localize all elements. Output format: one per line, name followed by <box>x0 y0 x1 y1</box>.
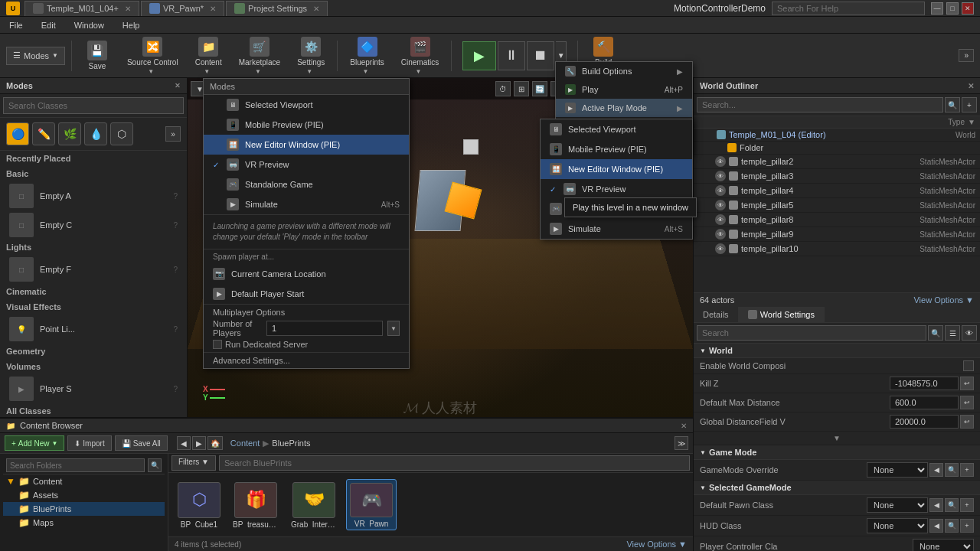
hud-search[interactable]: 🔍 <box>945 519 959 533</box>
nav-back-button[interactable]: ◀ <box>177 436 191 450</box>
folder-item[interactable]: 📁 Assets <box>3 488 165 502</box>
enable-world-compos-checkbox[interactable] <box>963 360 974 371</box>
gamemode-nav-back[interactable]: ◀ <box>929 463 943 477</box>
maximize-button[interactable]: □ <box>946 2 959 15</box>
all-classes-header[interactable]: All Classes <box>0 403 187 419</box>
more-modes-button[interactable]: » <box>165 126 181 142</box>
list-item[interactable]: □ Empty C ? <box>0 210 187 240</box>
default-max-dist-reset-button[interactable]: ↩ <box>960 396 974 409</box>
standalone-game-mode-item[interactable]: 🎮 Standalone Game <box>204 174 409 194</box>
save-all-button[interactable]: 💾 Save All <box>115 435 168 451</box>
mode-geometry-icon[interactable]: ⬡ <box>110 122 133 145</box>
selected-viewport-mode-item[interactable]: 🖥 Selected Viewport <box>204 95 409 115</box>
table-row[interactable]: 👁 temple_pillar3 StaticMeshActor <box>694 169 980 184</box>
geometry-header[interactable]: Geometry <box>0 344 187 359</box>
folder-search-input[interactable] <box>6 458 145 472</box>
active-play-mode-item[interactable]: ▶ Active Play Mode ▶ <box>556 99 692 117</box>
game-mode-section-header[interactable]: Game Mode <box>694 445 980 460</box>
gamemode-search[interactable]: 🔍 <box>945 463 959 477</box>
visibility-toggle[interactable]: 👁 <box>715 214 726 225</box>
asset-search-input[interactable] <box>219 455 690 471</box>
visibility-toggle[interactable]: 👁 <box>715 200 726 210</box>
global-dist-field-reset-button[interactable]: ↩ <box>960 415 974 429</box>
mode-paint-icon[interactable]: ✏️ <box>32 122 55 145</box>
table-row[interactable]: 👁 temple_pillar5 StaticMeshActor <box>694 198 980 213</box>
outliner-folder-row[interactable]: Folder <box>694 142 980 155</box>
nav-up-button[interactable]: 🏠 <box>207 436 223 450</box>
menu-file[interactable]: File <box>5 19 28 31</box>
play-button[interactable]: ▶ <box>462 41 496 70</box>
default-player-start-item[interactable]: ▶ Default Player Start <box>204 284 409 304</box>
expand-toolbar-button[interactable]: » <box>959 49 974 62</box>
blueprints-button[interactable]: 🔷 Blueprints ▼ <box>344 37 390 75</box>
simulate-mode-item[interactable]: ▶ Simulate Alt+S <box>204 194 409 214</box>
save-button[interactable]: 💾 Save <box>78 37 116 75</box>
volumes-header[interactable]: Volumes <box>0 359 187 374</box>
selected-viewport-item[interactable]: 🖥 Selected Viewport <box>541 119 692 139</box>
list-item[interactable]: 🤝 Grab_Interface <box>288 479 340 530</box>
lights-header[interactable]: Lights <box>0 240 187 255</box>
outliner-view-options-button[interactable]: View Options ▼ <box>913 295 974 305</box>
list-item[interactable]: 🎮 VR_Pawn <box>346 479 397 530</box>
cinematic-header[interactable]: Cinematic <box>0 284 187 299</box>
vr-preview-mode-item[interactable]: ✓ 🥽 VR Preview <box>204 155 409 174</box>
new-editor-window-mode-item[interactable]: 🪟 New Editor Window (PIE) <box>204 135 409 155</box>
world-settings-tab[interactable]: World Settings <box>739 307 825 322</box>
viewport-snap-rotate-icon[interactable]: 🔄 <box>532 81 547 96</box>
modes-button[interactable]: ☰ Modes ▼ <box>6 47 65 65</box>
search-for-help-input[interactable] <box>772 2 925 15</box>
world-section-header[interactable]: World <box>694 344 980 358</box>
world-section-expand[interactable]: ▼ <box>694 432 980 445</box>
close-button[interactable]: ✕ <box>962 2 974 15</box>
table-row[interactable]: 👁 temple_pillar2 StaticMeshActor <box>694 155 980 169</box>
num-players-dropdown[interactable]: ▼ <box>387 321 400 336</box>
table-row[interactable]: 👁 temple_pillar10 StaticMeshActor <box>694 242 980 256</box>
viewport-grid-icon[interactable]: ⊞ <box>514 81 529 96</box>
details-eye-icon[interactable]: 👁 <box>962 325 977 341</box>
player-controller-select[interactable]: None <box>913 539 974 551</box>
content-button[interactable]: 📁 Content ▼ <box>189 37 228 75</box>
folder-item[interactable]: 📁 Maps <box>3 516 165 530</box>
hud-add[interactable]: + <box>960 519 974 533</box>
add-new-button[interactable]: + Add New ▼ <box>5 435 64 451</box>
table-row[interactable]: 👁 temple_pillar4 StaticMeshActor <box>694 184 980 198</box>
details-search-input[interactable] <box>697 325 926 341</box>
marketplace-button[interactable]: 🛒 Marketplace ▼ <box>233 37 286 75</box>
details-list-icon[interactable]: ☰ <box>945 325 960 341</box>
list-item[interactable]: 💡 Point Li... ? <box>0 315 187 344</box>
hud-class-select[interactable]: None <box>867 518 928 533</box>
default-pawn-class-select[interactable]: None <box>867 497 928 513</box>
default-pawn-add[interactable]: + <box>960 498 974 512</box>
default-pawn-search[interactable]: 🔍 <box>945 498 959 512</box>
outliner-world-row[interactable]: Temple_M01_L04 (Editor) World <box>694 129 980 142</box>
tab-vrpawn[interactable]: VR_Pawn* ✕ <box>141 1 224 16</box>
table-row[interactable]: 👁 temple_pillar9 StaticMeshActor <box>694 227 980 242</box>
menu-help[interactable]: Help <box>118 19 145 31</box>
recently-placed-header[interactable]: Recently Placed <box>0 151 187 166</box>
mode-foliage-icon[interactable]: 💧 <box>84 122 107 145</box>
visual-header[interactable]: Visual Effects <box>0 299 187 315</box>
new-editor-window-item[interactable]: 🪟 New Editor Window (PIE) <box>541 159 692 179</box>
visibility-toggle[interactable]: 👁 <box>715 229 726 240</box>
num-players-input[interactable] <box>266 321 383 336</box>
import-button[interactable]: ⬇ Import <box>67 435 111 451</box>
selected-game-mode-section-header[interactable]: Selected GameMode <box>694 481 980 495</box>
list-item[interactable]: □ Empty A ? <box>0 181 187 210</box>
search-classes-input[interactable] <box>3 97 184 114</box>
settings-button[interactable]: ⚙️ Settings ▼ <box>291 37 331 75</box>
details-search-icon[interactable]: 🔍 <box>928 325 943 341</box>
build-options-item[interactable]: 🔧 Build Options ▶ <box>556 62 692 80</box>
cinematics-button[interactable]: 🎬 Cinematics ▼ <box>395 37 445 75</box>
run-dedicated-server-checkbox[interactable] <box>213 340 222 349</box>
source-control-button[interactable]: 🔀 Source Control ▼ <box>121 37 185 75</box>
visibility-toggle[interactable]: 👁 <box>715 171 726 181</box>
table-row[interactable]: 👁 temple_pillar8 StaticMeshActor <box>694 213 980 227</box>
folder-search-icon[interactable]: 🔍 <box>148 458 162 472</box>
vr-preview-item[interactable]: ✓ 🥽 VR Preview <box>541 179 692 199</box>
mobile-preview-item[interactable]: 📱 Mobile Preview (PIE) <box>541 139 692 159</box>
menu-edit[interactable]: Edit <box>37 19 60 31</box>
pause-button[interactable]: ⏸ <box>498 41 525 70</box>
advanced-settings-item[interactable]: Advanced Settings... <box>204 352 409 368</box>
content-browser-close-icon[interactable]: ✕ <box>681 422 687 430</box>
asset-view-options-button[interactable]: View Options ▼ <box>626 540 687 549</box>
